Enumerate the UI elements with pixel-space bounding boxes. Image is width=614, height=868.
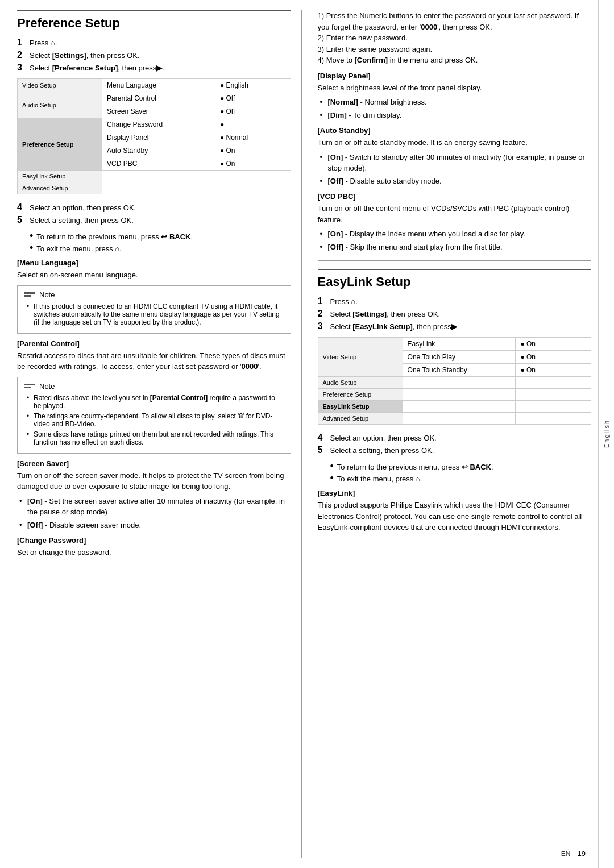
auto-standby-header: [Auto Standby] (318, 126, 592, 135)
sub-step-exit: • To exit the menu, press ⌂. (30, 243, 291, 253)
page-number: 19 (578, 849, 586, 858)
el-bullet-exit: • (330, 473, 334, 483)
easylink-steps-4-5: 4 Select an option, then press OK. 5 Sel… (318, 433, 592, 455)
el-bullet-back: • (330, 461, 334, 471)
table-row: Advanced Setup (318, 413, 591, 425)
note-icon-1 (24, 292, 35, 297)
el-value-one-touch-play: ● On (516, 351, 591, 364)
note-label-1: Note (39, 290, 55, 299)
auto-standby-off: [Off] - Disable auto standby mode. (320, 176, 592, 187)
el-step-4: 4 Select an option, then press OK. (318, 433, 592, 443)
step-num-4: 4 (17, 202, 30, 213)
right-column: 1) Press the Numeric buttons to enter th… (313, 10, 592, 858)
note-item-2a: Rated discs above the level you set in [… (27, 394, 284, 410)
step-5: 5 Select a setting, then press OK. (17, 215, 291, 225)
table-row: EasyLink Setup (18, 171, 291, 182)
step-text-1: Press ⌂. (30, 39, 57, 47)
note-box-1: Note If this product is connected to an … (17, 285, 291, 334)
el-section-audio: Audio Setup (318, 377, 403, 389)
item-empty-1 (102, 171, 215, 182)
el-item-one-touch-standby: One Touch Standby (403, 364, 516, 377)
el-item-easylink: EasyLink (403, 338, 516, 351)
note-icon-2 (24, 384, 35, 388)
step-num-3: 3 (17, 63, 30, 73)
el-step-text-5: Select a setting, then press OK. (330, 446, 434, 455)
cp-step-2: 2) Enter the new password. (318, 32, 592, 44)
item-screen-saver: Screen Saver (102, 105, 215, 118)
el-step-num-2: 2 (318, 309, 330, 319)
el-step-text-4: Select an option, then press OK. (330, 434, 437, 442)
table-row: Video Setup EasyLink ● On (318, 338, 591, 351)
easylink-steps: 1 Press ⌂. 2 Select [Settings], then pre… (318, 296, 592, 331)
menu-language-header: [Menu Language] (17, 259, 291, 267)
change-password-steps: 1) Press the Numeric buttons to enter th… (318, 10, 592, 66)
menu-language-body: Select an on-screen menu language. (17, 269, 291, 281)
step-2: 2 Select [Settings], then press OK. (17, 50, 291, 60)
el-item-empty-3 (403, 401, 516, 413)
note-item-2b: The ratings are country-dependent. To al… (27, 412, 284, 428)
sub-step-exit-text: To exit the menu, press ⌂. (36, 244, 122, 253)
step-text-3: Select [Preference Setup], then press▶. (30, 64, 164, 72)
value-auto-standby: ● On (215, 144, 291, 157)
el-step-2: 2 Select [Settings], then press OK. (318, 309, 592, 319)
easylink-menu-table: Video Setup EasyLink ● On One Touch Play… (318, 337, 592, 425)
step-text-5: Select a setting, then press OK. (30, 216, 134, 225)
value-change-password: ● (215, 118, 291, 131)
el-sub-step-exit-text: To exit the menu, press ⌂. (337, 475, 422, 483)
table-row: Advanced Setup (18, 182, 291, 194)
screen-saver-on: [On] - Set the screen saver active after… (19, 496, 291, 518)
easylink-feature-body: This product supports Philips Easylink w… (318, 500, 592, 533)
el-value-empty-4 (516, 413, 591, 425)
table-row: Preference Setup (318, 389, 591, 401)
easylink-sub-steps: • To return to the previous menu, press … (330, 461, 592, 483)
note-title-2: Note (24, 382, 284, 391)
auto-standby-on: [On] - Switch to standby after 30 minute… (320, 152, 592, 174)
step-4: 4 Select an option, then press OK. (17, 202, 291, 213)
el-section-preference: Preference Setup (318, 389, 403, 401)
note-box-2: Note Rated discs above the level you set… (17, 377, 291, 454)
step-num-2: 2 (17, 50, 30, 60)
screen-saver-body: Turn on or off the screen saver mode. It… (17, 470, 291, 492)
el-sub-step-exit: • To exit the menu, press ⌂. (330, 473, 592, 483)
note-item-2c: Some discs have ratings printed on them … (27, 430, 284, 446)
bullet-icon-2: • (30, 243, 33, 253)
el-section-video: Video Setup (318, 338, 403, 377)
section-divider (318, 260, 592, 261)
left-column: Preference Setup 1 Press ⌂. 2 Select [Se… (17, 10, 302, 858)
el-step-num-1: 1 (318, 296, 330, 306)
page-number-area: EN 19 (561, 849, 586, 858)
value-screen-saver: ● Off (215, 105, 291, 118)
easylink-setup-title: EasyLink Setup (318, 269, 592, 289)
el-step-num-4: 4 (318, 433, 330, 443)
parental-control-header: [Parental Control] (17, 339, 291, 348)
item-parental: Parental Control (102, 92, 215, 105)
el-step-text-1: Press ⌂. (330, 297, 358, 306)
preference-setup-title: Preference Setup (17, 10, 291, 31)
note-title-1: Note (24, 290, 284, 299)
screen-saver-header: [Screen Saver] (17, 459, 291, 468)
el-step-num-3: 3 (318, 321, 330, 331)
value-menu-language: ● English (215, 79, 291, 92)
el-step-1: 1 Press ⌂. (318, 296, 592, 306)
item-menu-language: Menu Language (102, 79, 215, 92)
auto-standby-bullets: [On] - Switch to standby after 30 minute… (318, 152, 592, 187)
el-step-text-2: Select [Settings], then press OK. (330, 310, 441, 318)
sub-step-back-text: To return to the previous menu, press ↩ … (36, 232, 193, 241)
display-panel-body: Select a brightness level of the front p… (318, 82, 592, 94)
vcd-pbc-body: Turn on or off the content menu of VCDs/… (318, 203, 592, 225)
cp-step-4: 4) Move to [Confirm] in the menu and pre… (318, 55, 592, 66)
side-tab-label: English (603, 420, 610, 448)
vcd-pbc-header: [VCD PBC] (318, 192, 592, 201)
vcd-off: [Off] - Skip the menu and start play fro… (320, 242, 592, 253)
screen-saver-off: [Off] - Disable screen saver mode. (19, 520, 291, 531)
el-step-5: 5 Select a setting, then press OK. (318, 445, 592, 455)
section-audio: Audio Setup (18, 92, 102, 118)
el-section-easylink-highlighted: EasyLink Setup (318, 401, 403, 413)
el-step-3: 3 Select [EasyLink Setup], then press▶. (318, 321, 592, 331)
step-1: 1 Press ⌂. (17, 38, 291, 48)
pref-sub-steps: • To return to the previous menu, press … (30, 231, 291, 253)
el-section-advanced: Advanced Setup (318, 413, 403, 425)
el-value-empty-1 (516, 377, 591, 389)
sub-step-back: • To return to the previous menu, press … (30, 231, 291, 241)
value-empty-2 (215, 182, 291, 194)
